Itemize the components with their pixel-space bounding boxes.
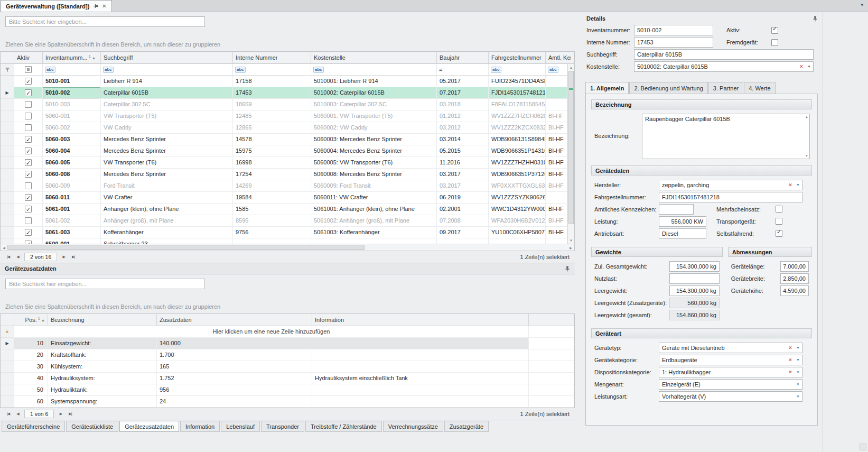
cell-interne-nummer[interactable]: 14269: [233, 180, 311, 192]
filter-cell-suchbegriff[interactable]: abc: [101, 64, 233, 76]
cell-inventarnummer[interactable]: 5060-004: [43, 145, 101, 157]
cell-baujahr[interactable]: 03.2012: [437, 122, 489, 134]
ger-teh-he-field[interactable]: 4.590,00: [780, 285, 809, 296]
aktiv-checkbox[interactable]: [25, 124, 32, 131]
chevron-down-icon[interactable]: ▼: [794, 371, 802, 374]
cell-interne-nummer[interactable]: 9756: [233, 227, 311, 238]
scrollbar-thumb[interactable]: [7, 245, 365, 250]
scroll-down-icon[interactable]: ▼: [805, 154, 808, 158]
new-row-hint[interactable]: Hier klicken um eine neue Zeile hinzuzuf…: [14, 326, 529, 338]
table-row[interactable]: 5061-003Kofferanhänger97565061003: Koffe…: [1, 227, 567, 238]
cell-suchbegriff[interactable]: Caterpillar 6015B: [101, 87, 233, 99]
pin-icon[interactable]: [93, 3, 98, 9]
cell-fahrgestellnummer[interactable]: FUIO234571DD4ASDF: [489, 76, 546, 87]
cell-kostenstelle[interactable]: 5010003: Caterpillar 302.5C: [311, 99, 437, 110]
cell-interne-nummer[interactable]: 14578: [233, 134, 311, 145]
cell-interne-nummer[interactable]: 8595: [233, 215, 311, 227]
column-header-baujahr[interactable]: Baujahr: [437, 52, 489, 64]
cell-amtl-kennzeichen[interactable]: BI-HF: [546, 215, 567, 227]
aktiv-checkbox[interactable]: [25, 89, 32, 96]
chevron-down-icon[interactable]: ▼: [805, 65, 813, 68]
aktiv-checkbox[interactable]: [25, 229, 32, 236]
clear-icon[interactable]: ✕: [798, 64, 805, 69]
chevron-down-icon[interactable]: ▾: [861, 2, 863, 7]
cell-interne-nummer[interactable]: 17453: [233, 87, 311, 99]
cell-suchbegriff[interactable]: Kofferanhänger: [101, 227, 233, 238]
cell-suchbegriff[interactable]: Schreitbagger 23: [101, 238, 233, 244]
table-row[interactable]: 30Kühlsystem:165: [1, 361, 574, 373]
cell-bezeichnung[interactable]: Einsatzgewicht:: [48, 338, 157, 349]
table-row[interactable]: 5061-002Anhänger (groß), mit Plane859550…: [1, 215, 567, 227]
tab-information[interactable]: Information: [180, 421, 220, 432]
fremdgeraet-checkbox[interactable]: [771, 39, 778, 46]
table-row[interactable]: 5061-001Anhänger (klein), ohne Plane1585…: [1, 204, 567, 215]
cell-aktiv[interactable]: [14, 99, 43, 110]
cell-amtl-kennzeichen[interactable]: BI-HF: [546, 157, 567, 169]
cell-information[interactable]: [312, 338, 529, 349]
table-row[interactable]: 5060-002VW Caddy128655060002: VW Caddy03…: [1, 122, 567, 134]
cell-inventarnummer[interactable]: 5060-002: [43, 122, 101, 134]
inventarnummer-field[interactable]: 5010-002: [634, 25, 713, 35]
suchbegriff-field[interactable]: Caterpillar 6015B: [634, 49, 814, 60]
cell-zusatzdaten[interactable]: 956: [157, 384, 312, 396]
tab-verrechnungss-tze[interactable]: Verrechnungssätze: [383, 421, 443, 432]
aktiv-checkbox[interactable]: [25, 159, 32, 166]
cell-fahrgestellnummer[interactable]: WDB9066351P371261: [489, 169, 546, 180]
cell-interne-nummer[interactable]: 19584: [233, 192, 311, 204]
cell-suchbegriff[interactable]: Anhänger (klein), ohne Plane: [101, 204, 233, 215]
cell-amtl-kennzeichen[interactable]: [546, 238, 567, 244]
cell-aktiv[interactable]: [14, 180, 43, 192]
pin-icon[interactable]: [813, 16, 818, 22]
cell-aktiv[interactable]: [14, 122, 43, 134]
column-header-kostenstelle[interactable]: Kostenstelle: [311, 52, 437, 64]
filter-cell-interne-nummer[interactable]: abc: [233, 64, 311, 76]
cell-inventarnummer[interactable]: 5060-011: [43, 192, 101, 204]
cell-amtl-kennzeichen[interactable]: BI-HF: [546, 134, 567, 145]
cell-pos[interactable]: 60: [14, 396, 48, 408]
scroll-left-icon[interactable]: ◀: [1, 244, 7, 251]
tab-zusatzger-te[interactable]: Zusatzgeräte: [444, 421, 489, 432]
chevron-down-icon[interactable]: ▼: [794, 346, 802, 349]
clear-icon[interactable]: ✕: [787, 182, 794, 188]
aktiv-checkbox[interactable]: [25, 147, 32, 154]
filter-cell-fahrgestellnummer[interactable]: abc: [489, 64, 546, 76]
cell-aktiv[interactable]: [14, 204, 43, 215]
cell-bezeichnung[interactable]: Systemspannung:: [48, 396, 157, 408]
cell-aktiv[interactable]: [14, 157, 43, 169]
cell-kostenstelle[interactable]: 5060003: Mercedes Benz Sprinter: [311, 134, 437, 145]
cell-amtl-kennzeichen[interactable]: BI-HF: [546, 145, 567, 157]
table-row[interactable]: 5060-001VW Transporter (T5)124855060001:…: [1, 110, 567, 122]
cell-kostenstelle[interactable]: 5060002: VW Caddy: [311, 122, 437, 134]
cell-baujahr[interactable]: 11.2016: [437, 157, 489, 169]
column-header-pos[interactable]: Pos.1▲: [14, 314, 48, 326]
subgrid-search-input[interactable]: [5, 279, 205, 289]
kostenstelle-combo[interactable]: 5010002: Caterpillar 6015B ✕ ▼: [634, 61, 814, 72]
cell-amtl-kennzeichen[interactable]: BI-HF: [546, 204, 567, 215]
first-page-button[interactable]: |◀: [4, 253, 12, 261]
cell-interne-nummer[interactable]: 1585: [233, 204, 311, 215]
cell-suchbegriff[interactable]: Mercedes Benz Sprinter: [101, 134, 233, 145]
details-tab-1-allgemein[interactable]: 1. Allgemein: [585, 82, 629, 94]
new-row-line[interactable]: *Hier klicken um eine neue Zeile hinzuzu…: [1, 326, 574, 338]
main-search-input[interactable]: [5, 16, 205, 27]
cell-suchbegriff[interactable]: Ford Transit: [101, 180, 233, 192]
cell-pos[interactable]: 10: [14, 338, 48, 349]
cell-baujahr[interactable]: [437, 238, 489, 244]
table-row[interactable]: ▶10Einsatzgewicht:140.000: [1, 338, 574, 349]
cell-amtl-kennzeichen[interactable]: BI-HF: [546, 110, 567, 122]
table-row[interactable]: 5010-001Liebherr R 914171585010001: Lieb…: [1, 76, 567, 87]
cell-amtl-kennzeichen[interactable]: [546, 99, 567, 110]
cell-fahrgestellnummer[interactable]: F8FALO17811585454: [489, 99, 546, 110]
cell-amtl-kennzeichen[interactable]: [546, 192, 567, 204]
chevron-down-icon[interactable]: ▼: [794, 383, 802, 386]
table-row[interactable]: 60Systemspannung:24: [1, 396, 574, 408]
resize-grip[interactable]: [860, 444, 866, 450]
tab-lebenslauf[interactable]: Lebenslauf: [221, 421, 260, 432]
table-row[interactable]: 5060-005VW Transporter (T6)169985060005:…: [1, 157, 567, 169]
cell-aktiv[interactable]: [14, 227, 43, 238]
cell-inventarnummer[interactable]: 5060-001: [43, 110, 101, 122]
cell-information[interactable]: [312, 349, 529, 361]
nutzlast-field[interactable]: [669, 273, 720, 284]
cell-suchbegriff[interactable]: VW Caddy: [101, 122, 233, 134]
column-header-inventarnummer[interactable]: Inventarnumm...1▲: [43, 52, 101, 64]
